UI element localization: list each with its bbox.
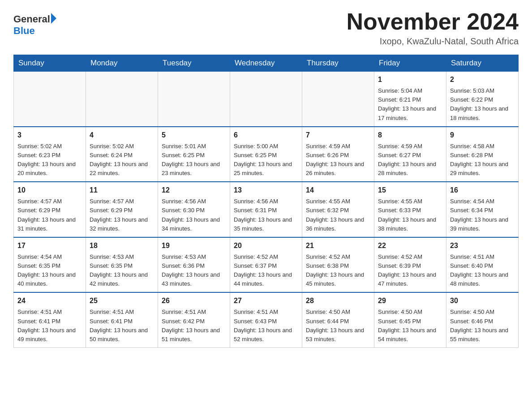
- table-row: 23Sunrise: 4:51 AMSunset: 6:40 PMDayligh…: [446, 237, 519, 293]
- day-number: 26: [162, 295, 226, 306]
- day-number: 12: [162, 185, 226, 196]
- table-row: 27Sunrise: 4:51 AMSunset: 6:43 PMDayligh…: [230, 292, 302, 347]
- title-area: November 2024 Ixopo, KwaZulu-Natal, Sout…: [347, 9, 519, 47]
- day-info: Sunrise: 4:51 AMSunset: 6:42 PMDaylight:…: [162, 308, 226, 344]
- table-row: [230, 72, 302, 127]
- logo-triangle-icon: [51, 13, 56, 24]
- day-number: 20: [234, 240, 298, 251]
- day-info: Sunrise: 4:54 AMSunset: 6:35 PMDaylight:…: [17, 253, 82, 289]
- day-number: 29: [378, 295, 442, 306]
- calendar-header-monday: Monday: [86, 55, 158, 72]
- table-row: 21Sunrise: 4:52 AMSunset: 6:38 PMDayligh…: [302, 237, 374, 293]
- day-number: 11: [90, 185, 154, 196]
- day-number: 30: [450, 295, 515, 306]
- day-info: Sunrise: 4:58 AMSunset: 6:28 PMDaylight:…: [450, 142, 515, 178]
- day-info: Sunrise: 4:56 AMSunset: 6:30 PMDaylight:…: [162, 197, 226, 233]
- table-row: 9Sunrise: 4:58 AMSunset: 6:28 PMDaylight…: [446, 127, 519, 182]
- day-info: Sunrise: 4:56 AMSunset: 6:31 PMDaylight:…: [234, 197, 298, 233]
- table-row: 25Sunrise: 4:51 AMSunset: 6:41 PMDayligh…: [86, 292, 158, 347]
- table-row: 11Sunrise: 4:57 AMSunset: 6:29 PMDayligh…: [86, 182, 158, 237]
- day-info: Sunrise: 5:02 AMSunset: 6:24 PMDaylight:…: [90, 142, 154, 178]
- day-number: 10: [17, 185, 82, 196]
- table-row: 7Sunrise: 4:59 AMSunset: 6:26 PMDaylight…: [302, 127, 374, 182]
- day-info: Sunrise: 5:02 AMSunset: 6:23 PMDaylight:…: [17, 142, 82, 178]
- table-row: [86, 72, 158, 127]
- day-info: Sunrise: 4:57 AMSunset: 6:29 PMDaylight:…: [90, 197, 154, 233]
- table-row: 15Sunrise: 4:55 AMSunset: 6:33 PMDayligh…: [374, 182, 446, 237]
- day-number: 3: [17, 130, 82, 141]
- table-row: [302, 72, 374, 127]
- table-row: 1Sunrise: 5:04 AMSunset: 6:21 PMDaylight…: [374, 72, 446, 127]
- calendar-header-thursday: Thursday: [302, 55, 374, 72]
- day-info: Sunrise: 4:57 AMSunset: 6:29 PMDaylight:…: [17, 197, 82, 233]
- table-row: 2Sunrise: 5:03 AMSunset: 6:22 PMDaylight…: [446, 72, 519, 127]
- logo-general-text: General: [13, 13, 50, 25]
- location-subtitle: Ixopo, KwaZulu-Natal, South Africa: [347, 36, 519, 47]
- day-number: 2: [450, 74, 515, 85]
- calendar-week-row: 17Sunrise: 4:54 AMSunset: 6:35 PMDayligh…: [14, 237, 519, 293]
- day-info: Sunrise: 4:59 AMSunset: 6:26 PMDaylight:…: [306, 142, 370, 178]
- calendar-table: SundayMondayTuesdayWednesdayThursdayFrid…: [13, 55, 519, 348]
- calendar-week-row: 24Sunrise: 4:51 AMSunset: 6:41 PMDayligh…: [14, 292, 519, 347]
- table-row: 18Sunrise: 4:53 AMSunset: 6:35 PMDayligh…: [86, 237, 158, 293]
- table-row: 20Sunrise: 4:52 AMSunset: 6:37 PMDayligh…: [230, 237, 302, 293]
- table-row: 8Sunrise: 4:59 AMSunset: 6:27 PMDaylight…: [374, 127, 446, 182]
- calendar-header-saturday: Saturday: [446, 55, 519, 72]
- day-info: Sunrise: 5:03 AMSunset: 6:22 PMDaylight:…: [450, 86, 515, 123]
- day-number: 19: [162, 240, 226, 251]
- page-header: General Blue November 2024 Ixopo, KwaZul…: [13, 9, 519, 47]
- day-info: Sunrise: 4:50 AMSunset: 6:46 PMDaylight:…: [450, 308, 515, 344]
- table-row: 5Sunrise: 5:01 AMSunset: 6:25 PMDaylight…: [158, 127, 230, 182]
- day-number: 15: [378, 185, 442, 196]
- table-row: 22Sunrise: 4:52 AMSunset: 6:39 PMDayligh…: [374, 237, 446, 293]
- day-info: Sunrise: 4:55 AMSunset: 6:32 PMDaylight:…: [306, 197, 370, 233]
- table-row: 14Sunrise: 4:55 AMSunset: 6:32 PMDayligh…: [302, 182, 374, 237]
- table-row: 29Sunrise: 4:50 AMSunset: 6:45 PMDayligh…: [374, 292, 446, 347]
- day-info: Sunrise: 4:59 AMSunset: 6:27 PMDaylight:…: [378, 142, 442, 178]
- table-row: 17Sunrise: 4:54 AMSunset: 6:35 PMDayligh…: [14, 237, 86, 293]
- day-info: Sunrise: 5:00 AMSunset: 6:25 PMDaylight:…: [234, 142, 298, 178]
- calendar-header-sunday: Sunday: [14, 55, 86, 72]
- day-info: Sunrise: 4:51 AMSunset: 6:40 PMDaylight:…: [450, 253, 515, 289]
- day-info: Sunrise: 4:53 AMSunset: 6:36 PMDaylight:…: [162, 253, 226, 289]
- day-info: Sunrise: 4:52 AMSunset: 6:37 PMDaylight:…: [234, 253, 298, 289]
- day-number: 25: [90, 295, 154, 306]
- day-number: 16: [450, 185, 515, 196]
- day-number: 5: [162, 130, 226, 141]
- table-row: 28Sunrise: 4:50 AMSunset: 6:44 PMDayligh…: [302, 292, 374, 347]
- table-row: [14, 72, 86, 127]
- day-number: 13: [234, 185, 298, 196]
- day-number: 4: [90, 130, 154, 141]
- day-info: Sunrise: 5:04 AMSunset: 6:21 PMDaylight:…: [378, 86, 442, 123]
- day-info: Sunrise: 4:54 AMSunset: 6:34 PMDaylight:…: [450, 197, 515, 233]
- month-title: November 2024: [347, 9, 519, 34]
- day-number: 28: [306, 295, 370, 306]
- day-info: Sunrise: 4:51 AMSunset: 6:41 PMDaylight:…: [17, 308, 82, 344]
- table-row: 16Sunrise: 4:54 AMSunset: 6:34 PMDayligh…: [446, 182, 519, 237]
- day-number: 22: [378, 240, 442, 251]
- logo-blue-text: Blue: [13, 25, 56, 37]
- day-info: Sunrise: 4:55 AMSunset: 6:33 PMDaylight:…: [378, 197, 442, 233]
- day-number: 21: [306, 240, 370, 251]
- calendar-header-tuesday: Tuesday: [158, 55, 230, 72]
- day-number: 27: [234, 295, 298, 306]
- table-row: 13Sunrise: 4:56 AMSunset: 6:31 PMDayligh…: [230, 182, 302, 237]
- calendar-header-wednesday: Wednesday: [230, 55, 302, 72]
- table-row: 3Sunrise: 5:02 AMSunset: 6:23 PMDaylight…: [14, 127, 86, 182]
- day-info: Sunrise: 4:50 AMSunset: 6:45 PMDaylight:…: [378, 308, 442, 344]
- table-row: 4Sunrise: 5:02 AMSunset: 6:24 PMDaylight…: [86, 127, 158, 182]
- day-number: 9: [450, 130, 515, 141]
- table-row: [158, 72, 230, 127]
- day-info: Sunrise: 4:53 AMSunset: 6:35 PMDaylight:…: [90, 253, 154, 289]
- day-number: 17: [17, 240, 82, 251]
- day-info: Sunrise: 4:51 AMSunset: 6:41 PMDaylight:…: [90, 308, 154, 344]
- day-number: 7: [306, 130, 370, 141]
- calendar-week-row: 1Sunrise: 5:04 AMSunset: 6:21 PMDaylight…: [14, 72, 519, 127]
- table-row: 6Sunrise: 5:00 AMSunset: 6:25 PMDaylight…: [230, 127, 302, 182]
- table-row: 19Sunrise: 4:53 AMSunset: 6:36 PMDayligh…: [158, 237, 230, 293]
- day-info: Sunrise: 5:01 AMSunset: 6:25 PMDaylight:…: [162, 142, 226, 178]
- calendar-header-friday: Friday: [374, 55, 446, 72]
- day-info: Sunrise: 4:51 AMSunset: 6:43 PMDaylight:…: [234, 308, 298, 344]
- calendar-week-row: 3Sunrise: 5:02 AMSunset: 6:23 PMDaylight…: [14, 127, 519, 182]
- day-number: 6: [234, 130, 298, 141]
